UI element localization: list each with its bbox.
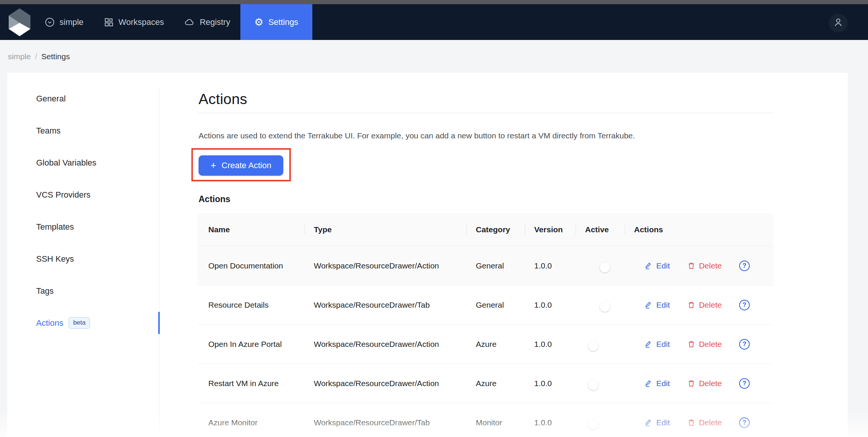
- column-header-type: Type: [314, 213, 476, 246]
- person-icon: [833, 17, 844, 29]
- title-divider: [199, 113, 774, 113]
- edit-pen-icon: [644, 340, 653, 348]
- edit-label: Edit: [656, 340, 670, 349]
- table-body: Open Documentation Workspace/ResourceDra…: [197, 246, 773, 437]
- cell-version: 1.0.0: [534, 340, 585, 349]
- cell-version: 1.0.0: [534, 261, 585, 270]
- table-row: Open In Azure Portal Workspace/ResourceD…: [197, 324, 773, 363]
- column-header-actions: Actions: [634, 213, 773, 246]
- trash-icon: [687, 379, 695, 388]
- column-header-name: Name: [208, 213, 314, 246]
- nav-item-organization[interactable]: simple: [35, 4, 94, 40]
- sidebar-item-teams[interactable]: Teams: [7, 115, 160, 147]
- edit-pen-icon: [644, 261, 653, 270]
- sidebar-item-global-variables[interactable]: Global Variables: [7, 147, 160, 179]
- help-icon[interactable]: ?: [739, 417, 750, 428]
- cell-version: 1.0.0: [534, 379, 585, 388]
- edit-pen-icon: [644, 301, 653, 309]
- column-header-category: Category: [476, 213, 534, 246]
- settings-sidebar: General Teams Global Variables VCS Provi…: [7, 73, 160, 437]
- edit-button[interactable]: Edit: [644, 418, 670, 427]
- nav-item-workspaces[interactable]: Workspaces: [94, 4, 174, 40]
- edit-button[interactable]: Edit: [644, 261, 670, 270]
- delete-button[interactable]: Delete: [687, 379, 722, 388]
- delete-button[interactable]: Delete: [687, 418, 722, 427]
- table-row: Azure Monitor Workspace/ResourceDrawer/T…: [197, 403, 773, 437]
- sidebar-item-label: Actions: [36, 318, 63, 328]
- sidebar-item-label: Global Variables: [36, 158, 96, 168]
- cell-category: Azure: [476, 379, 534, 388]
- delete-button[interactable]: Delete: [687, 261, 722, 270]
- trash-icon: [687, 301, 695, 309]
- cell-name: Open Documentation: [208, 261, 314, 270]
- window-chrome-strip: [0, 0, 868, 4]
- trash-icon: [687, 340, 695, 348]
- breadcrumb: simple / Settings: [0, 40, 868, 73]
- breadcrumb-org[interactable]: simple: [8, 52, 31, 61]
- cell-category: General: [476, 261, 534, 270]
- nav-item-label: simple: [60, 17, 84, 27]
- cell-type: Workspace/ResourceDrawer/Action: [314, 379, 476, 388]
- table-header-row: Name Type Category Version Active Action…: [197, 213, 773, 246]
- toggle-knob: [588, 341, 598, 351]
- edit-label: Edit: [656, 261, 670, 270]
- actions-panel: Actions Actions are used to extend the T…: [199, 73, 780, 437]
- edit-pen-icon: [644, 379, 653, 388]
- toggle-knob: [588, 380, 598, 390]
- nav-item-registry[interactable]: Registry: [174, 4, 240, 40]
- cell-type: Workspace/ResourceDrawer/Tab: [314, 301, 476, 310]
- edit-button[interactable]: Edit: [644, 340, 670, 349]
- delete-label: Delete: [699, 340, 722, 349]
- cell-category: Monitor: [476, 418, 534, 427]
- cell-type: Workspace/ResourceDrawer/Tab: [314, 418, 476, 427]
- help-icon[interactable]: ?: [739, 378, 750, 389]
- cloud-icon: [184, 17, 195, 28]
- nav-item-label: Registry: [200, 17, 230, 27]
- actions-table: Name Type Category Version Active Action…: [197, 213, 773, 437]
- delete-button[interactable]: Delete: [687, 340, 722, 349]
- breadcrumb-page: Settings: [41, 52, 70, 61]
- user-avatar-button[interactable]: [829, 14, 848, 32]
- create-action-label: Create Action: [222, 161, 271, 170]
- toggle-knob: [600, 302, 610, 312]
- delete-button[interactable]: Delete: [687, 301, 722, 310]
- sidebar-item-label: Tags: [36, 286, 53, 296]
- cell-name: Azure Monitor: [208, 418, 314, 427]
- edit-button[interactable]: Edit: [644, 301, 670, 310]
- help-icon[interactable]: ?: [739, 339, 750, 350]
- sidebar-item-label: Teams: [36, 126, 61, 136]
- toggle-knob: [600, 262, 610, 273]
- edit-label: Edit: [656, 379, 670, 388]
- sidebar-item-tags[interactable]: Tags: [7, 275, 160, 307]
- plus-icon: +: [211, 160, 216, 170]
- cell-type: Workspace/ResourceDrawer/Action: [314, 340, 476, 349]
- help-icon[interactable]: ?: [739, 300, 750, 310]
- nav-item-label: Workspaces: [119, 17, 164, 27]
- trash-icon: [687, 419, 695, 427]
- main-nav: simple Workspaces Registry ⚙︎ Settings: [35, 4, 312, 40]
- delete-label: Delete: [699, 261, 722, 270]
- table-section-title: Actions: [199, 194, 230, 204]
- sidebar-item-templates[interactable]: Templates: [7, 211, 160, 243]
- column-header-active: Active: [585, 213, 634, 246]
- cell-category: General: [476, 301, 534, 310]
- column-header-version: Version: [534, 213, 585, 246]
- create-action-button[interactable]: + Create Action: [199, 155, 283, 176]
- page-title: Actions: [199, 91, 247, 107]
- cell-name: Resource Details: [208, 301, 314, 310]
- settings-card: General Teams Global Variables VCS Provi…: [7, 73, 848, 437]
- delete-label: Delete: [699, 301, 722, 310]
- cell-category: Azure: [476, 340, 534, 349]
- sidebar-item-label: Templates: [36, 222, 74, 232]
- help-icon[interactable]: ?: [739, 261, 750, 271]
- nav-item-settings[interactable]: ⚙︎ Settings: [240, 4, 312, 40]
- sidebar-item-vcs-providers[interactable]: VCS Providers: [7, 179, 160, 211]
- nav-item-label: Settings: [268, 17, 298, 27]
- cell-type: Workspace/ResourceDrawer/Action: [314, 261, 476, 270]
- sidebar-item-ssh-keys[interactable]: SSH Keys: [7, 243, 160, 275]
- edit-button[interactable]: Edit: [644, 379, 670, 388]
- cell-name: Open In Azure Portal: [208, 340, 314, 349]
- chevron-down-circle-icon: [45, 17, 55, 27]
- sidebar-item-general[interactable]: General: [7, 83, 160, 115]
- sidebar-item-actions[interactable]: Actions beta: [7, 307, 160, 339]
